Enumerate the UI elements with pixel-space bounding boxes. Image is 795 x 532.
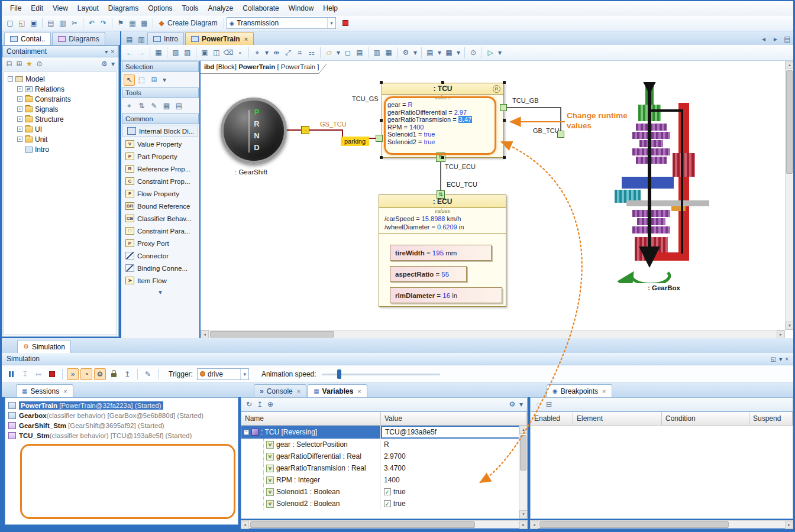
tab-variables[interactable]: ▦ Variables × [308, 384, 367, 397]
selection-handle[interactable] [380, 156, 383, 159]
print-icon[interactable]: ▤ [45, 17, 57, 29]
column-header-enabled[interactable]: Enabled [531, 412, 573, 425]
chevron-down-icon[interactable]: ▾ [412, 47, 419, 59]
edit-config-icon[interactable]: ✎ [142, 368, 154, 380]
column-header-suspend[interactable]: Suspend [749, 412, 793, 425]
checkbox-checked-icon[interactable] [384, 500, 391, 507]
trigger-combo[interactable]: drive ▾ [197, 368, 249, 380]
chevron-down-icon[interactable]: ▾ [518, 399, 525, 410]
run-engines-toggle[interactable]: ⚙ [94, 368, 106, 380]
close-icon[interactable]: × [63, 388, 67, 395]
selection-handle[interactable] [380, 81, 383, 84]
menu-file[interactable]: File [5, 2, 26, 14]
variables-row-gear-ratio-differential[interactable]: VgearRatioDifferential : Real 2.9700 [241, 450, 527, 462]
palette-item-internal-block[interactable]: Internal Block Di... [122, 125, 198, 137]
scroll-tabs-left-icon[interactable]: ◂ [758, 33, 770, 45]
session-item-powertrain[interactable]: PowerTrain [PowerTrain@32fa223a] (Starte… [5, 400, 238, 410]
menu-layout[interactable]: Layout [73, 2, 104, 14]
diagram-canvas[interactable]: ibd [Block] PowerTrain [ PowerTrain ] [201, 61, 793, 338]
palette-item-item-flow[interactable]: ➤Item Flow [121, 274, 199, 287]
variables-row-gear-ratio-transmision[interactable]: VgearRatioTransmision : Real 3.4700 [241, 462, 527, 474]
expand-icon[interactable]: + [17, 86, 22, 92]
step-into-button[interactable]: ↧ [19, 368, 31, 380]
tree-item-relations[interactable]: + ⇄ Relations [4, 84, 117, 94]
scroll-down-icon[interactable]: ▾ [786, 322, 793, 330]
refresh-icon[interactable]: ↻ [244, 399, 254, 410]
session-item-gearshift-stm[interactable]: GearShift_Stm [GearShift@3695af92] (Star… [5, 420, 238, 430]
table-icon[interactable]: ▦ [383, 47, 395, 59]
selection-handle[interactable] [503, 156, 506, 159]
undo-icon[interactable]: ↶ [86, 17, 98, 29]
active-validation-icon[interactable] [340, 17, 351, 29]
tab-list-icon[interactable]: ▤ [781, 33, 793, 45]
expand-icon[interactable]: + [17, 106, 22, 112]
diagram-overview-icon[interactable]: ▥ [135, 34, 147, 45]
tree-item-signals[interactable]: + Signals [4, 104, 117, 114]
gear-icon[interactable]: ⚙ [99, 59, 109, 69]
make-same-icon[interactable]: ⌗ [294, 47, 306, 59]
validate-icon[interactable]: ⚑ [115, 17, 127, 29]
sticky-tool-icon[interactable]: ⊞ [148, 74, 160, 86]
gearshift-image[interactable]: P R N D [221, 98, 287, 164]
menu-analyze[interactable]: Analyze [203, 2, 238, 14]
tab-breakpoints[interactable]: ◉ Breakpoints × [547, 384, 612, 397]
animation-speed-slider[interactable] [322, 368, 440, 380]
chevron-down-icon[interactable]: ▾ [327, 18, 333, 28]
add-breakpoint-icon[interactable]: ◌ [533, 399, 544, 410]
scroll-left-icon[interactable]: ◂ [530, 521, 538, 529]
session-item-gearbox[interactable]: Gearbox(classifier behavior) [GearBox@5e… [5, 410, 238, 420]
zoom-search-icon[interactable]: ⊙ [467, 47, 479, 59]
tirewidth-part[interactable]: tireWidth = 195 mm [390, 245, 492, 261]
chevron-down-icon[interactable]: ▾ [455, 47, 462, 59]
scroll-left-icon[interactable]: ◂ [241, 521, 249, 529]
ecu-value-wheeldiameter[interactable]: /wheelDiameter = 0.6209 in [379, 223, 506, 234]
palette-item-flow-property[interactable]: FFlow Property [121, 187, 199, 200]
palette-item-proxy-port[interactable]: PProxy Port [121, 237, 199, 249]
diagram-list-icon[interactable]: ▤ [124, 34, 135, 45]
expand-icon[interactable]: + [17, 96, 22, 102]
palette-common-header[interactable]: Common [122, 113, 199, 124]
scroll-right-icon[interactable]: ▸ [777, 330, 785, 338]
scroll-right-icon[interactable]: ▸ [785, 521, 793, 529]
chevron-down-icon[interactable]: ▾ [240, 369, 246, 379]
palette-item-reference-property[interactable]: RReference Prop... [121, 163, 199, 175]
column-header-name[interactable]: Name [241, 412, 381, 425]
favorites-star-icon[interactable]: ★ [24, 59, 34, 69]
matrix-tool-icon[interactable]: ▤ [173, 100, 185, 112]
layout-diagram-icon[interactable]: ⚏ [306, 47, 318, 59]
selection-handle[interactable] [441, 156, 444, 159]
column-header-condition[interactable]: Condition [662, 412, 749, 425]
expand-all-icon[interactable]: ⊞ [14, 59, 24, 69]
ecu-block[interactable]: : ECU values /carSpeed = 15.8988 km/h /w… [379, 194, 506, 307]
layout-icon[interactable]: ▦ [127, 17, 138, 29]
related-elements-icon[interactable]: ▧ [170, 47, 182, 59]
tab-simulation[interactable]: ⚙ Simulation [17, 340, 71, 353]
tree-item-model[interactable]: − Model [4, 74, 117, 84]
menu-window[interactable]: Window [284, 2, 319, 14]
palette-more-icon[interactable]: ▼ [121, 289, 199, 296]
stereotype-display-icon[interactable]: ▤ [424, 47, 436, 59]
chevron-down-icon[interactable]: ▾ [161, 74, 168, 86]
specification-icon[interactable]: ▣ [199, 47, 211, 59]
search-icon[interactable]: ⊙ [34, 59, 44, 69]
erase-icon[interactable]: ▫ [234, 47, 246, 59]
selection-handle[interactable] [503, 81, 506, 84]
expand-icon[interactable]: + [17, 126, 22, 132]
tree-item-constraints[interactable]: + Constraints [4, 94, 117, 104]
palette-item-connector[interactable]: Connector [121, 249, 199, 262]
swimlane-icon[interactable]: ▥ [371, 47, 383, 59]
swimlane-tool-icon[interactable]: ⇅ [136, 100, 147, 112]
menu-view[interactable]: View [48, 2, 73, 14]
chevron-down-icon[interactable]: ▾ [335, 47, 342, 59]
chevron-down-icon[interactable]: ▾ [496, 47, 503, 59]
cursor-tool-icon[interactable]: ↖ [124, 74, 135, 86]
gearbox-port[interactable] [557, 131, 564, 138]
variables-row-gear[interactable]: Vgear : SelectorPosition R [241, 439, 527, 450]
ecu-value-carspeed[interactable]: /carSpeed = 15.8988 km/h [379, 215, 506, 223]
palette-item-bound-reference[interactable]: BRBound Reference [121, 200, 199, 212]
stop-button[interactable] [46, 368, 58, 380]
tab-console[interactable]: » Console × [254, 384, 306, 397]
tree-item-unit[interactable]: + Unit [4, 134, 117, 144]
step-over-button[interactable]: ↦ [33, 368, 44, 380]
scroll-tabs-right-icon[interactable]: ▸ [770, 33, 781, 45]
